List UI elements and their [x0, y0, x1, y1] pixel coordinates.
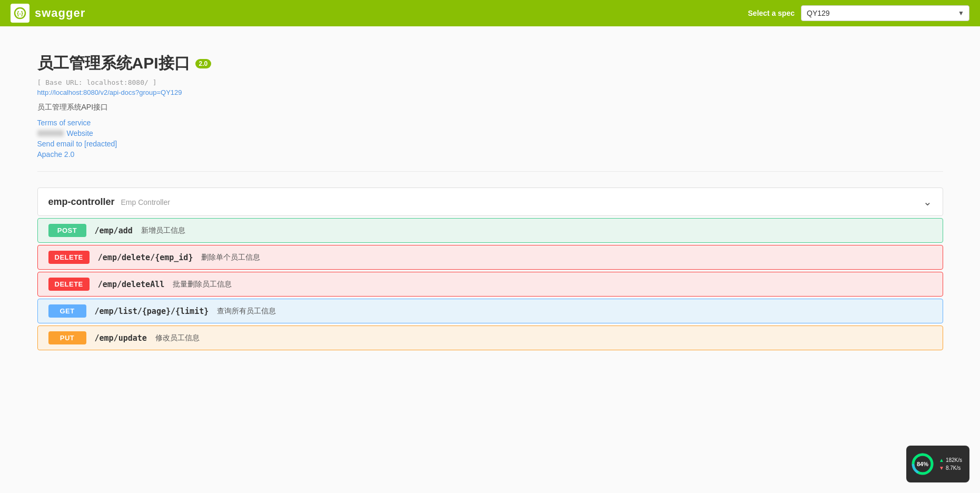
endpoint-path: /emp/deleteAll [98, 280, 164, 289]
controller-header[interactable]: emp-controller Emp Controller ⌄ [37, 188, 943, 216]
endpoint-path: /emp/add [95, 226, 133, 235]
endpoint-row[interactable]: PUT/emp/update修改员工信息 [37, 326, 943, 350]
website-link[interactable]: Website [67, 129, 93, 137]
api-title-row: 员工管理系统API接口 2.0 [37, 53, 943, 74]
api-title: 员工管理系统API接口 [37, 53, 190, 74]
website-blur [37, 130, 64, 136]
endpoint-path: /emp/list/{page}/{limit} [95, 307, 209, 316]
api-base-url: [ Base URL: localhost:8080/ ] [37, 78, 943, 86]
endpoint-row[interactable]: GET/emp/list/{page}/{limit}查询所有员工信息 [37, 299, 943, 323]
endpoint-row[interactable]: DELETE/emp/delete/{emp_id}删除单个员工信息 [37, 245, 943, 270]
header-right: Select a spec QY129 ▼ [748, 5, 969, 21]
endpoint-path: /emp/delete/{emp_id} [98, 253, 193, 262]
endpoint-summary: 新增员工信息 [141, 226, 185, 235]
api-version-badge: 2.0 [195, 59, 212, 68]
method-badge: DELETE [48, 251, 90, 264]
endpoints-list: POST/emp/add新增员工信息DELETE/emp/delete/{emp… [37, 218, 943, 350]
controller-description: Emp Controller [121, 198, 170, 206]
header: {-} swagger Select a spec QY129 ▼ [0, 0, 980, 26]
endpoint-summary: 删除单个员工信息 [201, 253, 260, 262]
svg-text:{-}: {-} [17, 10, 24, 16]
controller-header-left: emp-controller Emp Controller [48, 196, 170, 208]
chevron-down-icon: ⌄ [923, 195, 932, 208]
endpoint-row[interactable]: DELETE/emp/deleteAll批量删除员工信息 [37, 272, 943, 297]
spec-select-wrapper[interactable]: QY129 ▼ [801, 5, 969, 21]
swagger-logo-icon: {-} [11, 4, 29, 23]
controller-section: emp-controller Emp Controller ⌄ POST/emp… [37, 188, 943, 350]
select-spec-label: Select a spec [748, 9, 795, 17]
method-badge: DELETE [48, 278, 90, 291]
api-docs-link[interactable]: http://localhost:8080/v2/api-docs?group=… [37, 88, 943, 96]
api-info-section: 员工管理系统API接口 2.0 [ Base URL: localhost:80… [37, 42, 943, 172]
endpoint-summary: 查询所有员工信息 [217, 307, 276, 316]
endpoint-summary: 批量删除员工信息 [173, 280, 232, 289]
swagger-title: swagger [35, 6, 85, 20]
endpoint-row[interactable]: POST/emp/add新增员工信息 [37, 218, 943, 243]
header-left: {-} swagger [11, 4, 85, 23]
api-description: 员工管理系统API接口 [37, 103, 943, 112]
method-badge: GET [48, 304, 86, 318]
spec-select[interactable]: QY129 [801, 5, 969, 21]
terms-of-service-link[interactable]: Terms of service [37, 119, 943, 127]
endpoint-summary: 修改员工信息 [155, 333, 200, 343]
method-badge: POST [48, 224, 86, 237]
website-row: Website [37, 129, 943, 137]
send-email-link[interactable]: Send email to [redacted] [37, 140, 943, 148]
method-badge: PUT [48, 331, 86, 344]
apache-license-link[interactable]: Apache 2.0 [37, 150, 943, 159]
endpoint-path: /emp/update [95, 333, 147, 343]
main-content: 员工管理系统API接口 2.0 [ Base URL: localhost:80… [16, 26, 964, 377]
controller-name: emp-controller [48, 196, 115, 208]
